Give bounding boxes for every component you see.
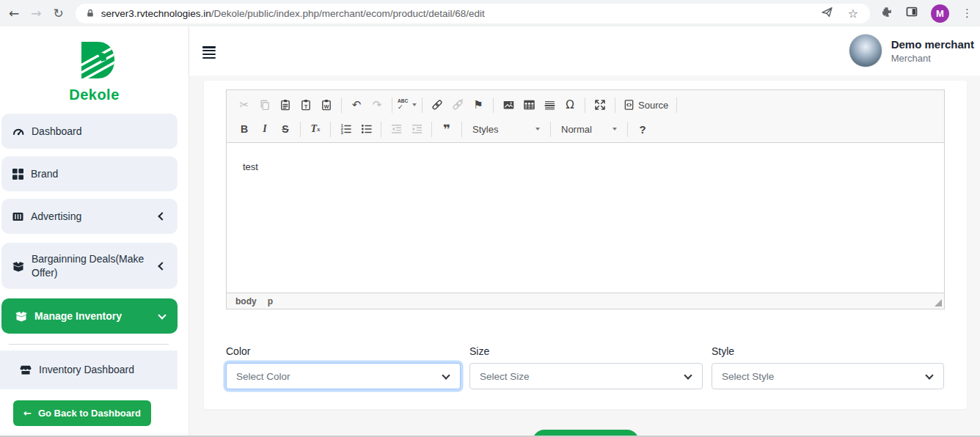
paste-icon[interactable] (276, 95, 295, 114)
size-select[interactable]: Select Size (469, 363, 703, 389)
italic-icon[interactable]: I (255, 120, 274, 139)
logo-text: Dekole (0, 87, 189, 103)
back-arrow-icon[interactable]: ← (9, 7, 19, 20)
app-logo[interactable]: Dekole (0, 40, 189, 103)
browser-toolbar: ← → ↻ server3.rvtechnologies.in/Dekole/p… (0, 0, 980, 26)
sidebar-item-label: Brand (31, 167, 58, 181)
sidebar-item-dashboard[interactable]: Dashboard (1, 114, 178, 149)
link-icon[interactable] (428, 95, 447, 114)
chevron-left-icon (158, 212, 166, 220)
paste-plain-text-icon[interactable]: T (296, 95, 315, 114)
remove-format-icon[interactable]: Tx (306, 120, 325, 139)
field-size: Size Select Size (469, 345, 703, 389)
horizontal-line-icon[interactable] (540, 95, 559, 114)
back-button-label: Go Back to Dashboard (38, 408, 141, 419)
path-element-body[interactable]: body (235, 296, 257, 306)
decrease-indent-icon[interactable] (387, 120, 406, 139)
sidebar-item-manage-inventory[interactable]: Manage Inventory (1, 298, 178, 334)
size-label: Size (469, 345, 703, 357)
send-icon[interactable] (821, 6, 833, 21)
user-name: Demo merchant (891, 38, 974, 51)
side-panel-icon[interactable] (905, 6, 918, 21)
about-icon[interactable]: ? (633, 120, 652, 139)
sidebar-item-label: Inventory Dashboard (39, 363, 134, 377)
bold-icon[interactable]: B (235, 120, 254, 139)
hamburger-menu-icon[interactable] (202, 46, 216, 61)
star-icon[interactable]: ☆ (848, 7, 858, 21)
color-select[interactable]: Select Color (226, 363, 461, 389)
numbered-list-icon[interactable]: 123 (336, 120, 355, 139)
user-profile[interactable]: Demo merchant Merchant (849, 34, 974, 67)
chevron-down-icon (684, 371, 692, 379)
sidebar-item-brand[interactable]: Brand (1, 156, 178, 191)
style-select-value: Select Style (722, 371, 774, 382)
table-icon[interactable] (519, 95, 538, 114)
source-button[interactable]: Source (621, 95, 671, 114)
sidebar-item-label: Advertising (31, 210, 81, 224)
color-label: Color (226, 345, 461, 357)
browser-profile-avatar[interactable]: M (931, 4, 949, 23)
address-bar[interactable]: server3.rvtechnologies.in/Dekole/public/… (76, 4, 870, 23)
undo-icon[interactable]: ↶ (347, 95, 366, 114)
sidebar-item-advertising[interactable]: Advertising (1, 199, 178, 234)
bulleted-list-icon[interactable] (356, 120, 376, 139)
special-character-icon[interactable]: Ω (560, 95, 579, 114)
sidebar: Dekole Dashboard Brand Advertising (0, 26, 189, 437)
storefront-icon (19, 364, 32, 377)
top-header: Demo merchant Merchant (189, 26, 980, 76)
unlink-icon[interactable] (448, 95, 467, 114)
caret-down-icon (412, 103, 417, 106)
sidebar-item-bargaining-deals[interactable]: Bargainning Deals(Make Offer) (1, 243, 178, 289)
sidebar-item-label: Dashboard (32, 125, 82, 139)
url-path: /Dekole/public/index.php/merchant/ecom/p… (211, 8, 485, 19)
lock-icon (86, 8, 95, 18)
sidebar-item-label: Manage Inventory (34, 309, 122, 323)
styles-dropdown[interactable]: Styles (467, 120, 546, 138)
refresh-icon[interactable]: ↻ (54, 7, 64, 20)
anchor-flag-icon[interactable]: ⚑ (469, 95, 488, 114)
billboard-icon (12, 210, 24, 223)
dekole-logo-icon (73, 40, 116, 81)
increase-indent-icon[interactable] (407, 120, 426, 139)
chevron-left-icon (158, 262, 166, 270)
sidebar-item-label: Bargainning Deals(Make Offer) (32, 252, 153, 280)
redo-icon[interactable]: ↷ (368, 95, 387, 114)
image-icon[interactable] (499, 95, 518, 114)
cut-icon[interactable]: ✂ (235, 95, 254, 114)
editor-content-area[interactable]: test (227, 143, 944, 293)
path-element-p[interactable]: p (268, 296, 273, 306)
maximize-icon[interactable] (590, 95, 610, 114)
user-avatar (849, 34, 882, 67)
inventory-box-icon (15, 309, 28, 323)
strikethrough-icon[interactable]: S (276, 120, 295, 139)
go-back-to-dashboard-button[interactable]: ← Go Back to Dashboard (13, 400, 151, 426)
chevron-down-icon (442, 371, 450, 379)
spell-check-icon[interactable]: ABC✓ (398, 95, 417, 114)
svg-text:W: W (324, 104, 329, 109)
page: ← → ↻ server3.rvtechnologies.in/Dekole/p… (0, 0, 980, 437)
blockquote-icon[interactable]: ❞ (437, 120, 456, 139)
forward-arrow-icon[interactable]: → (31, 7, 41, 20)
size-select-value: Select Size (480, 371, 530, 382)
chevron-down-icon (158, 311, 166, 319)
editor-text: test (243, 161, 258, 172)
grid-icon (12, 168, 24, 180)
menu-dots-icon[interactable]: ⋮ (962, 7, 973, 20)
left-arrow-icon: ← (23, 408, 32, 419)
paste-from-word-icon[interactable]: W (317, 95, 336, 114)
svg-text:T: T (304, 103, 308, 110)
field-color: Color Select Color (226, 345, 461, 389)
editor-resize-handle[interactable] (935, 299, 942, 306)
editor-elements-path-bar: body p (227, 293, 944, 309)
paragraph-format-dropdown[interactable]: Normal (555, 120, 623, 138)
style-label: Style (712, 345, 944, 357)
sidebar-item-inventory-dashboard[interactable]: Inventory Dashboard (0, 350, 178, 389)
color-select-value: Select Color (236, 371, 290, 382)
style-select[interactable]: Select Style (712, 363, 944, 389)
editor-toolbar: ✂ T W ↶ ↷ (227, 90, 944, 143)
caret-down-icon (612, 128, 617, 131)
copy-icon[interactable] (255, 95, 274, 114)
chevron-down-icon (925, 371, 933, 379)
svg-text:3: 3 (340, 131, 343, 135)
extensions-puzzle-icon[interactable] (880, 6, 893, 21)
